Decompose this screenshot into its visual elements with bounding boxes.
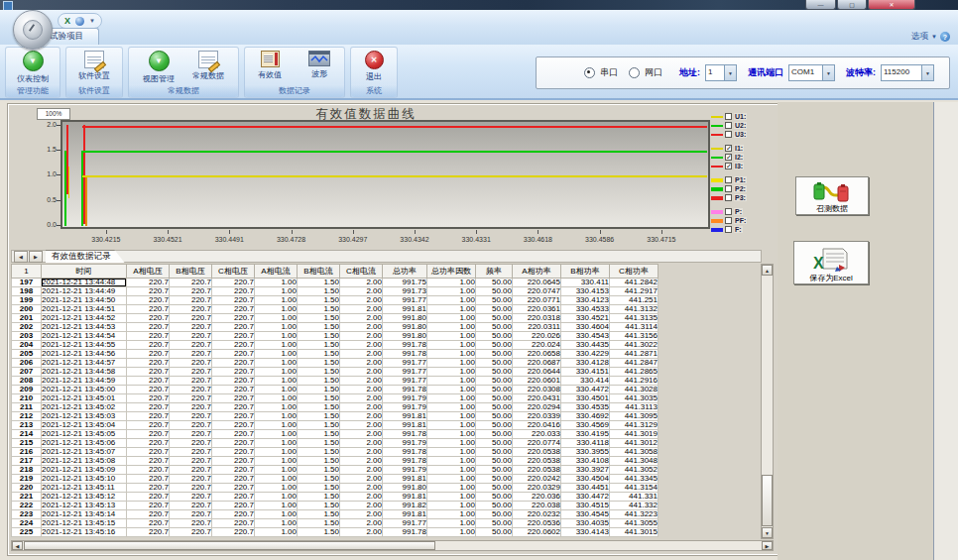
value-cell[interactable]: 1.00 <box>255 403 298 412</box>
time-cell[interactable]: 2021-12-21 13:45:16 <box>42 528 127 537</box>
time-cell[interactable]: 2021-12-21 13:44:59 <box>42 377 127 386</box>
exit-button[interactable]: ✕ 退出 <box>352 48 396 82</box>
value-cell[interactable]: 220.0242 <box>513 475 561 484</box>
save-as-excel-button[interactable]: X 保存为Excel <box>793 241 869 284</box>
value-cell[interactable]: 1.00 <box>427 350 476 359</box>
value-cell[interactable]: 991.80 <box>383 332 427 341</box>
table-row[interactable]: 2072021-12-21 13:44:58220.7220.7220.71.0… <box>12 368 659 377</box>
value-cell[interactable]: 220.7 <box>170 466 212 475</box>
value-cell[interactable]: 441.2916 <box>610 377 659 386</box>
value-cell[interactable]: 1.00 <box>255 287 298 296</box>
value-cell[interactable]: 220.0538 <box>513 457 561 466</box>
value-cell[interactable]: 220.7 <box>212 323 255 332</box>
value-cell[interactable]: 330.3955 <box>561 448 610 457</box>
value-cell[interactable]: 220.7 <box>170 448 212 457</box>
value-cell[interactable]: 220.7 <box>170 528 212 537</box>
value-cell[interactable]: 1.00 <box>427 323 476 332</box>
value-cell[interactable]: 220.024 <box>513 341 561 350</box>
value-cell[interactable]: 220.7 <box>127 421 170 430</box>
value-cell[interactable]: 991.81 <box>383 475 427 484</box>
value-cell[interactable]: 220.7 <box>212 394 255 403</box>
value-cell[interactable]: 2.00 <box>340 475 383 484</box>
value-cell[interactable]: 991.81 <box>383 510 427 519</box>
value-cell[interactable]: 220.7 <box>212 305 255 314</box>
value-cell[interactable]: 220.7 <box>170 341 212 350</box>
value-cell[interactable]: 220.7 <box>212 430 255 439</box>
value-cell[interactable]: 220.7 <box>127 323 170 332</box>
value-cell[interactable]: 220.033 <box>513 430 561 439</box>
help-icon[interactable]: ? <box>940 32 950 42</box>
value-cell[interactable]: 991.78 <box>383 341 427 350</box>
value-cell[interactable]: 50.00 <box>476 279 513 287</box>
value-cell[interactable]: 991.79 <box>383 439 427 448</box>
chevron-down-icon[interactable]: ▼ <box>921 65 933 80</box>
value-cell[interactable]: 991.79 <box>383 394 427 403</box>
value-cell[interactable]: 50.00 <box>476 412 513 421</box>
value-cell[interactable]: 50.00 <box>476 377 513 386</box>
value-cell[interactable]: 991.79 <box>383 403 427 412</box>
row-number-cell[interactable]: 209 <box>12 386 42 394</box>
value-cell[interactable]: 220.7 <box>170 368 212 377</box>
value-cell[interactable]: 1.00 <box>255 439 298 448</box>
value-cell[interactable]: 330.4543 <box>561 332 610 341</box>
value-cell[interactable]: 220.7 <box>170 493 212 502</box>
value-cell[interactable]: 220.0747 <box>513 287 561 296</box>
table-row[interactable]: 2132021-12-21 13:45:04220.7220.7220.71.0… <box>12 421 659 430</box>
table-row[interactable]: 2032021-12-21 13:44:54220.7220.7220.71.0… <box>12 332 659 341</box>
value-cell[interactable]: 50.00 <box>476 528 513 537</box>
time-cell[interactable]: 2021-12-21 13:44:54 <box>42 332 127 341</box>
value-cell[interactable]: 220.7 <box>212 386 255 394</box>
value-cell[interactable]: 1.00 <box>255 341 298 350</box>
value-cell[interactable]: 991.77 <box>383 296 427 305</box>
value-cell[interactable]: 220.026 <box>513 332 561 341</box>
value-cell[interactable]: 2.00 <box>340 493 383 502</box>
legend-checkbox[interactable]: ✓ <box>725 154 732 161</box>
row-number-cell[interactable]: 213 <box>12 421 42 430</box>
value-cell[interactable]: 330.4108 <box>561 457 610 466</box>
value-cell[interactable]: 220.7 <box>170 412 212 421</box>
time-cell[interactable]: 2021-12-21 13:44:56 <box>42 350 127 359</box>
chevron-down-icon[interactable]: ▼ <box>822 65 834 80</box>
value-cell[interactable]: 441.332 <box>610 502 659 510</box>
value-cell[interactable]: 1.00 <box>255 502 298 510</box>
value-cell[interactable]: 991.81 <box>383 305 427 314</box>
time-cell[interactable]: 2021-12-21 13:45:10 <box>42 475 127 484</box>
value-cell[interactable]: 1.00 <box>427 287 476 296</box>
value-cell[interactable]: 1.50 <box>298 350 340 359</box>
row-number-cell[interactable]: 206 <box>12 359 42 368</box>
row-number-cell[interactable]: 212 <box>12 412 42 421</box>
value-cell[interactable]: 50.00 <box>476 484 513 493</box>
value-cell[interactable]: 50.00 <box>476 287 513 296</box>
value-cell[interactable]: 220.7 <box>127 368 170 377</box>
value-cell[interactable]: 1.00 <box>255 457 298 466</box>
value-cell[interactable]: 220.0431 <box>513 394 561 403</box>
value-cell[interactable]: 441.3345 <box>610 475 659 484</box>
row-number-cell[interactable]: 219 <box>12 475 42 484</box>
scroll-right-icon[interactable]: ▶ <box>762 541 773 550</box>
value-cell[interactable]: 2.00 <box>340 502 383 510</box>
value-cell[interactable]: 220.7 <box>212 412 255 421</box>
value-cell[interactable]: 330.4545 <box>561 510 610 519</box>
value-cell[interactable]: 2.00 <box>340 368 383 377</box>
chart-plot-area[interactable] <box>60 120 710 229</box>
value-cell[interactable]: 1.00 <box>427 386 476 394</box>
value-cell[interactable]: 2.00 <box>340 386 383 394</box>
value-cell[interactable]: 220.7 <box>127 332 170 341</box>
value-cell[interactable]: 1.00 <box>255 296 298 305</box>
value-cell[interactable]: 2.00 <box>340 430 383 439</box>
value-cell[interactable]: 441.3129 <box>610 421 659 430</box>
value-cell[interactable]: 220.0294 <box>513 403 561 412</box>
value-cell[interactable]: 441.3095 <box>610 412 659 421</box>
value-cell[interactable]: 330.4153 <box>561 287 610 296</box>
table-row[interactable]: 2162021-12-21 13:45:07220.7220.7220.71.0… <box>12 448 659 457</box>
value-cell[interactable]: 220.0771 <box>513 296 561 305</box>
value-cell[interactable]: 1.00 <box>255 421 298 430</box>
value-cell[interactable]: 220.7 <box>212 502 255 510</box>
value-cell[interactable]: 2.00 <box>340 457 383 466</box>
value-cell[interactable]: 220.0311 <box>513 323 561 332</box>
value-cell[interactable]: 1.00 <box>427 502 476 510</box>
value-cell[interactable]: 1.00 <box>427 296 476 305</box>
value-cell[interactable]: 441.3055 <box>610 519 659 528</box>
table-row[interactable]: 2062021-12-21 13:44:57220.7220.7220.71.0… <box>12 359 659 368</box>
horizontal-scrollbar[interactable]: ◀ ▶ <box>11 540 774 551</box>
